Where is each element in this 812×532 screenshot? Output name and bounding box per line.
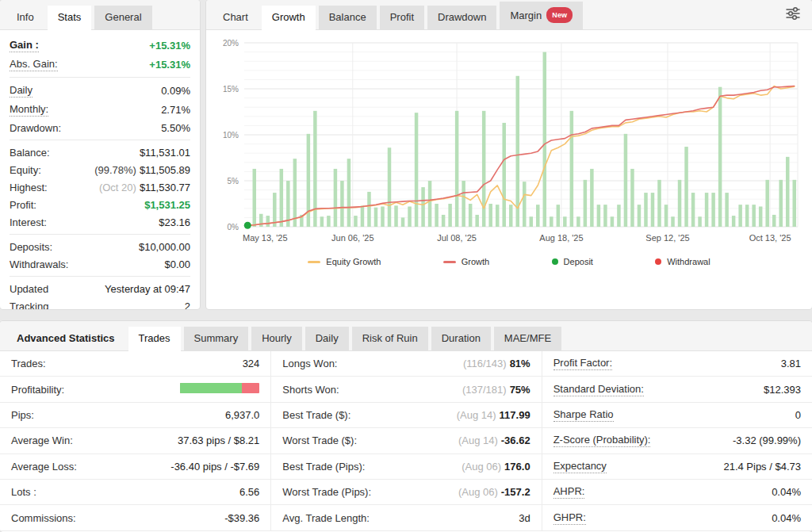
stat-amount-interest: $23.16 (159, 216, 190, 228)
profit-bar (515, 76, 519, 227)
stat-value-ahpr: 0.04% (772, 486, 801, 498)
stat-label-profitability: Profitability: (11, 384, 64, 396)
profit-bar (381, 206, 385, 227)
chart-tabstrip: ChartGrowthBalanceProfitDrawdownMarginNe… (206, 0, 812, 30)
stat-label-ghpr[interactable]: GHPR: (553, 511, 586, 525)
tab-label-info: Info (17, 11, 34, 23)
stat-row-updated: UpdatedYesterday at 09:47 (10, 280, 190, 297)
profit-bar (435, 204, 439, 227)
stat-amount-shorts-won: 75% (510, 384, 530, 396)
stat-amount-commissions: -$39.36 (224, 512, 259, 524)
stat-row-withdrawals: Withdrawals:$0.00 (10, 255, 190, 273)
stat-label-standard-deviation[interactable]: Standard Deviation: (553, 383, 644, 396)
tab-trades[interactable]: Trades (128, 327, 181, 351)
statistics-tabs: Advanced StatisticsTradesSummaryHourlyDa… (6, 327, 561, 350)
profit-bar (340, 181, 344, 227)
tab-mae-mfe[interactable]: MAE/MFE (494, 327, 561, 350)
stat-amount-z-score-probability: -3.32 (99.99%) (733, 434, 801, 446)
profit-bar (354, 216, 358, 227)
tab-label-stats: Stats (58, 11, 82, 23)
profit-bar (415, 113, 419, 227)
profit-bar (266, 216, 270, 227)
stat-prefix-best-trade-pips: (Aug 06) (462, 461, 501, 473)
stat-label-interest: Interest: (10, 216, 47, 228)
profit-bar (563, 216, 567, 227)
profit-bar (543, 52, 547, 227)
chart-settings-icon[interactable] (785, 6, 806, 29)
stat-amount-profit-factor: 3.81 (781, 358, 801, 369)
legend-label-withdrawal: Withdrawal (667, 257, 710, 266)
stat-label-ahpr[interactable]: AHPR: (553, 485, 585, 499)
stat-row-commissions: Commissions:-$39.36 (0, 505, 270, 530)
stat-amount-sharpe-ratio: 0 (795, 409, 801, 421)
tab-chart[interactable]: Chart (213, 6, 259, 29)
tab-stats[interactable]: Stats (48, 6, 92, 30)
new-badge: New (546, 7, 573, 23)
tab-info[interactable]: Info (6, 6, 44, 29)
stat-label-average-win: Average Win: (11, 434, 73, 446)
profit-bar (388, 147, 392, 227)
stat-row-profit-factor: Profit Factor:3.81 (542, 351, 812, 377)
stat-value-sharpe-ratio: 0 (795, 409, 801, 421)
stat-amount-ahpr: 0.04% (772, 486, 801, 498)
stat-label-profit-factor[interactable]: Profit Factor: (553, 357, 612, 370)
stat-label-lots: Lots : (11, 486, 36, 498)
sliders-icon-svg (785, 6, 801, 21)
stat-row-trades: Trades:324 (0, 351, 270, 377)
tab-balance[interactable]: Balance (319, 6, 377, 29)
profit-bar (496, 205, 500, 227)
stat-prefix-longs-won: (116/143) (463, 358, 507, 369)
tab-label-profit: Profit (390, 11, 414, 23)
y-axis-label: 15% (223, 85, 239, 94)
profit-bar (705, 193, 709, 227)
stat-value-best-trade-pips: (Aug 06)176.0 (462, 461, 530, 473)
stat-amount-drawdown: 5.50% (161, 122, 190, 134)
profit-bar (401, 217, 405, 227)
legend-item-deposit: Deposit (552, 257, 593, 266)
info-tabstrip: InfoStatsGeneral (0, 0, 200, 30)
tab-label-growth: Growth (272, 11, 305, 23)
stat-label-tracking: Tracking (10, 300, 48, 310)
stat-label-gain[interactable]: Gain : (10, 39, 39, 52)
profit-bar (394, 205, 398, 227)
tab-risk-of-ruin[interactable]: Risk of Ruin (352, 327, 428, 350)
tab-label-advanced-statistics: Advanced Statistics (17, 332, 115, 344)
profit-bar (684, 147, 688, 227)
stat-amount-worst-trade: -36.62 (501, 434, 530, 446)
stat-label-daily[interactable]: Daily (10, 84, 33, 98)
chart-panel: ChartGrowthBalanceProfitDrawdownMarginNe… (206, 0, 812, 309)
profit-bar (711, 193, 715, 227)
stat-value-worst-trade-pips: (Aug 06)-157.2 (458, 486, 530, 498)
tab-label-balance: Balance (329, 11, 366, 23)
x-axis-label: May 13, '25 (243, 233, 288, 243)
tab-general[interactable]: General (94, 6, 151, 29)
stat-label-monthly[interactable]: Monthly: (10, 103, 48, 117)
y-axis-label: 5% (228, 177, 239, 186)
stat-row-lots: Lots :6.56 (0, 480, 270, 505)
tab-hourly[interactable]: Hourly (251, 327, 302, 350)
tab-daily[interactable]: Daily (305, 327, 349, 350)
stat-row-worst-trade-pips: Worst Trade (Pips):(Aug 06)-157.2 (271, 480, 541, 505)
account-stats-list: Gain :+15.31%Abs. Gain:+15.31%Daily0.09%… (0, 30, 200, 309)
profit-bar (617, 205, 621, 227)
tab-growth[interactable]: Growth (262, 6, 316, 30)
tab-drawdown[interactable]: Drawdown (427, 6, 496, 29)
stat-label-expectancy[interactable]: Expectancy (553, 460, 607, 473)
stat-label-balance: Balance: (10, 147, 50, 159)
stat-value-expectancy: 21.4 Pips / $4.73 (723, 461, 801, 473)
stat-label-sharpe-ratio[interactable]: Sharpe Ratio (553, 408, 614, 422)
tab-duration[interactable]: Duration (431, 327, 491, 350)
tab-profit[interactable]: Profit (380, 6, 424, 29)
profit-bar (530, 216, 534, 227)
stat-value-gain: +15.31% (149, 40, 190, 52)
profit-bar (576, 216, 580, 227)
stat-label-z-score-probability[interactable]: Z-Score (Probability): (553, 434, 651, 447)
stats-section-0: Gain :+15.31%Abs. Gain:+15.31% (10, 33, 190, 78)
stat-label-abs-gain[interactable]: Abs. Gain: (10, 58, 58, 71)
stat-label-highest: Highest: (10, 182, 48, 193)
profit-bar (488, 204, 492, 227)
tab-label-trades: Trades (139, 332, 170, 344)
tab-summary[interactable]: Summary (184, 327, 249, 350)
tab-margin[interactable]: MarginNew (500, 2, 583, 29)
stat-row-tracking: Tracking2 (10, 297, 190, 309)
